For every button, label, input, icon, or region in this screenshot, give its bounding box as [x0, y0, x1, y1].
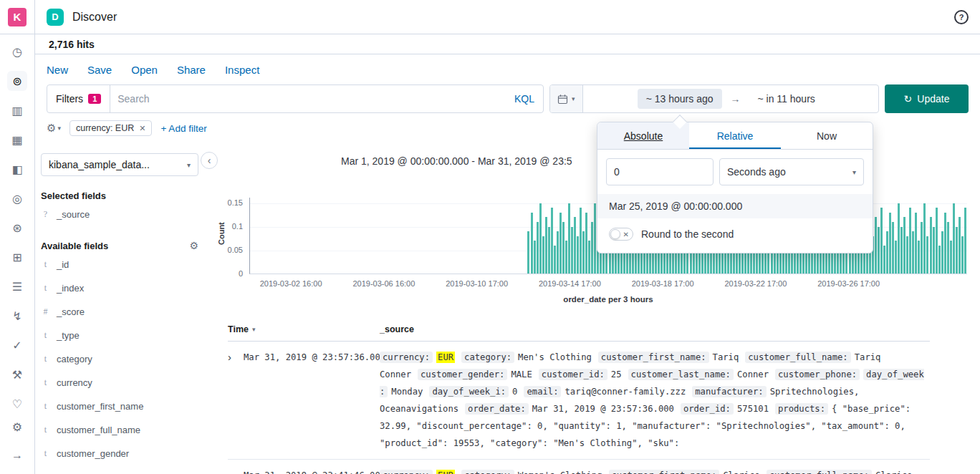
field-item-_index[interactable]: t_index — [41, 276, 198, 300]
help-icon[interactable]: ? — [954, 10, 969, 24]
histogram-bar[interactable] — [883, 246, 885, 274]
histogram-bar[interactable] — [886, 231, 888, 274]
histogram-bar[interactable] — [875, 217, 877, 274]
histogram-bar[interactable] — [906, 236, 908, 274]
histogram-bar[interactable] — [930, 217, 932, 274]
histogram-bar[interactable] — [545, 217, 547, 274]
kibana-logo[interactable]: K — [0, 0, 35, 34]
field-item-customer_gender[interactable]: tcustomer_gender — [41, 442, 198, 465]
histogram-bar[interactable] — [941, 231, 943, 274]
histogram-bar[interactable] — [900, 227, 903, 274]
field-item-customer_full_name[interactable]: tcustomer_full_name — [41, 418, 198, 442]
histogram-bar[interactable] — [574, 217, 576, 274]
discover-icon[interactable]: ⊚ — [7, 71, 27, 91]
field-item-_type[interactable]: t_type — [41, 324, 198, 347]
close-icon[interactable]: ✕ — [139, 124, 145, 133]
histogram-bar[interactable] — [923, 203, 926, 274]
filters-button[interactable]: Filters 1 — [47, 85, 110, 112]
canvas-icon[interactable]: ◧ — [7, 159, 27, 179]
histogram-bar[interactable] — [534, 241, 536, 274]
menu-open[interactable]: Open — [131, 64, 158, 77]
dev-tools-icon[interactable]: ⚒ — [7, 364, 27, 384]
histogram-bar[interactable] — [551, 208, 553, 274]
histogram-bar[interactable] — [898, 203, 900, 274]
collapse-navigation-icon[interactable]: → — [7, 445, 27, 465]
histogram-bar[interactable] — [921, 222, 923, 274]
histogram-bar[interactable] — [571, 227, 573, 274]
update-button[interactable]: ↻ Update — [885, 84, 969, 113]
collapse-chart-button[interactable]: ‹ — [201, 152, 218, 169]
maps-icon[interactable]: ◎ — [7, 188, 27, 208]
histogram-bar[interactable] — [912, 231, 914, 274]
histogram-bar[interactable] — [878, 227, 880, 274]
histogram-bar[interactable] — [554, 246, 556, 274]
stack-monitoring-icon[interactable]: ♡ — [7, 394, 27, 414]
histogram-bar[interactable] — [537, 222, 539, 274]
uptime-icon[interactable]: ✓ — [7, 335, 27, 355]
histogram-bar[interactable] — [909, 208, 911, 274]
relative-unit-select[interactable]: Seconds ago ▾ — [719, 158, 864, 185]
field-item-currency[interactable]: tcurrency — [41, 371, 198, 395]
filter-chip-currency[interactable]: currency: EUR ✕ — [69, 120, 153, 136]
histogram-bar[interactable] — [895, 241, 897, 274]
histogram-bar[interactable] — [557, 231, 559, 274]
menu-inspect[interactable]: Inspect — [225, 64, 259, 77]
histogram-bar[interactable] — [918, 241, 920, 274]
histogram-bar[interactable] — [933, 227, 935, 274]
time-column-header[interactable]: Time ▾ — [228, 324, 380, 334]
histogram-bar[interactable] — [889, 213, 891, 274]
histogram-bar[interactable] — [591, 222, 593, 274]
histogram-bar[interactable] — [531, 213, 533, 274]
kql-toggle[interactable]: KQL — [506, 93, 543, 105]
menu-share[interactable]: Share — [177, 64, 206, 77]
menu-save[interactable]: Save — [87, 64, 112, 77]
dashboard-icon[interactable]: ▦ — [7, 130, 27, 150]
histogram-bar[interactable] — [588, 241, 590, 274]
histogram-bar[interactable] — [938, 246, 941, 274]
logs-icon[interactable]: ☰ — [7, 276, 27, 296]
tab-relative[interactable]: Relative — [689, 122, 781, 149]
histogram-bar[interactable] — [585, 213, 587, 274]
metrics-icon[interactable]: ⊞ — [7, 247, 27, 267]
histogram-bar[interactable] — [892, 222, 894, 274]
machine-learning-icon[interactable]: ⊛ — [7, 218, 27, 238]
histogram-bar[interactable] — [956, 227, 958, 274]
histogram-bar[interactable] — [964, 208, 966, 274]
histogram-bar[interactable] — [565, 241, 567, 274]
histogram-bar[interactable] — [915, 213, 917, 274]
expand-row-icon[interactable]: › — [228, 349, 244, 452]
field-item-customer_first_name[interactable]: tcustomer_first_name — [41, 395, 198, 418]
histogram-bar[interactable] — [903, 217, 905, 274]
management-icon[interactable]: ⚙ — [7, 417, 27, 437]
histogram-bar[interactable] — [936, 208, 938, 274]
recently-viewed-icon[interactable]: ◷ — [7, 42, 27, 62]
histogram-bar[interactable] — [539, 203, 542, 274]
filter-options-button[interactable]: ⚙ ▾ — [47, 122, 61, 135]
histogram-bar[interactable] — [527, 231, 529, 274]
histogram-bar[interactable] — [559, 213, 562, 274]
field-settings-gear-icon[interactable]: ⚙ — [189, 240, 198, 251]
relative-value-input[interactable] — [606, 158, 714, 185]
histogram-bar[interactable] — [961, 236, 964, 274]
histogram-bar[interactable] — [959, 217, 961, 274]
menu-new[interactable]: New — [47, 64, 68, 77]
tab-absolute[interactable]: Absolute — [597, 122, 689, 149]
visualize-icon[interactable]: ▥ — [7, 100, 27, 120]
field-item-category[interactable]: tcategory — [41, 347, 198, 371]
search-input[interactable] — [110, 93, 506, 105]
histogram-bar[interactable] — [947, 222, 949, 274]
field-item-_score[interactable]: #_score — [41, 300, 198, 324]
tab-now[interactable]: Now — [781, 122, 873, 149]
histogram-bar[interactable] — [926, 236, 928, 274]
histogram-bar[interactable] — [562, 222, 565, 274]
histogram-bar[interactable] — [577, 236, 579, 274]
histogram-bar[interactable] — [582, 231, 585, 274]
histogram-bar[interactable] — [950, 241, 952, 274]
space-badge[interactable]: D — [47, 9, 64, 26]
histogram-bar[interactable] — [568, 203, 570, 274]
date-range-end[interactable]: ~ in 11 hours — [749, 89, 824, 109]
histogram-bar[interactable] — [944, 213, 946, 274]
index-pattern-select[interactable]: kibana_sample_data... ▾ — [41, 153, 198, 176]
date-range-start[interactable]: ~ 13 hours ago — [638, 89, 722, 109]
sort-caret-icon[interactable]: ▾ — [252, 326, 256, 333]
